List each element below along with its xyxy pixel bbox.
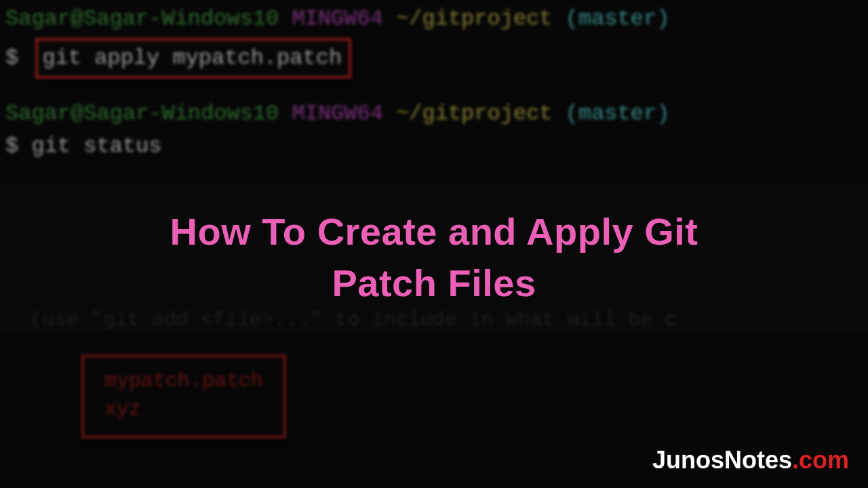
path: ~/gitproject xyxy=(396,6,552,31)
watermark-name: JunosNotes xyxy=(652,446,792,474)
highlighted-command-box: git apply mypatch.patch xyxy=(35,38,351,79)
branch: (master) xyxy=(566,101,670,126)
untracked-file: mypatch.patch xyxy=(104,367,263,395)
mingw-label: MINGW64 xyxy=(292,101,382,126)
dollar: $ xyxy=(5,134,18,159)
user-host: Sagar@Sagar-Windows10 xyxy=(5,6,279,31)
prompt-line-2: Sagar@Sagar-Windows10 MINGW64 ~/gitproje… xyxy=(0,98,868,130)
user-host: Sagar@Sagar-Windows10 xyxy=(5,101,279,126)
branch: (master) xyxy=(566,6,670,31)
title-line-2: Patch Files xyxy=(332,262,536,304)
untracked-files-box: mypatch.patch xyz xyxy=(81,354,286,439)
prompt-line-1: Sagar@Sagar-Windows10 MINGW64 ~/gitproje… xyxy=(0,0,868,35)
article-title: How To Create and Apply Git Patch Files xyxy=(170,206,698,308)
git-apply-command: git apply mypatch.patch xyxy=(42,45,342,70)
title-banner: How To Create and Apply Git Patch Files xyxy=(0,183,868,332)
untracked-file: xyz xyxy=(104,395,263,424)
command-line-1: $ git apply mypatch.patch xyxy=(0,35,868,79)
watermark-domain: .com xyxy=(792,446,849,474)
git-status-command: git status xyxy=(31,134,161,159)
title-line-1: How To Create and Apply Git xyxy=(170,210,698,253)
mingw-label: MINGW64 xyxy=(292,6,382,31)
command-line-2: $ git status xyxy=(0,130,868,163)
path: ~/gitproject xyxy=(396,101,552,126)
dollar: $ xyxy=(5,45,18,70)
site-watermark: JunosNotes.com xyxy=(652,446,849,474)
